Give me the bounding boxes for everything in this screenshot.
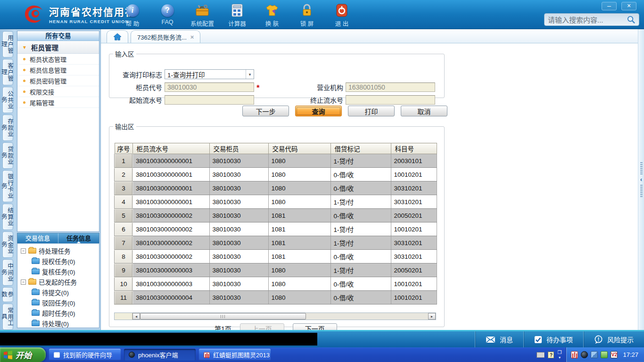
horizontal-scrollbar[interactable]: ◂ ▸ bbox=[114, 313, 436, 320]
vtab-category-6[interactable]: 银行卡业务 bbox=[2, 170, 13, 202]
home-tab[interactable] bbox=[107, 30, 128, 43]
cancel-button[interactable]: 取消 bbox=[401, 106, 447, 116]
todo-button[interactable]: 待办事项 bbox=[523, 331, 583, 347]
caret-down-icon[interactable]: ▾ bbox=[559, 355, 561, 360]
expander-icon[interactable]: − bbox=[21, 280, 26, 285]
table-row[interactable]: 938010030000000033801003010801-贷/付200502… bbox=[115, 263, 437, 277]
vtab-category-2[interactable]: 客户管理 bbox=[2, 59, 13, 85]
minimize-button[interactable]: – bbox=[602, 2, 617, 10]
search-box[interactable]: 请输入搜索内容... bbox=[544, 13, 639, 26]
menu-item-2[interactable]: 柜员信息管理 bbox=[17, 65, 99, 75]
collapse-left-icon[interactable]: ‹ bbox=[640, 176, 642, 183]
search-icon[interactable] bbox=[627, 15, 636, 24]
tab-transaction-info[interactable]: 交易信息 bbox=[17, 233, 58, 243]
expander-icon[interactable]: − bbox=[21, 248, 26, 254]
tray-dragonfly-icon[interactable] bbox=[571, 351, 578, 358]
messages-button[interactable]: 消息 bbox=[475, 331, 523, 347]
table-row[interactable]: 1038010030000000033801003010800-借/收10010… bbox=[115, 277, 437, 291]
dropdown-arrow-icon[interactable]: ▾ bbox=[246, 70, 254, 79]
row-number-cell[interactable]: 7 bbox=[115, 236, 132, 250]
toolbar-skin-button[interactable]: 换 肤 bbox=[260, 3, 284, 28]
table-row[interactable]: 538010030000000023801003010810-借/收200502… bbox=[115, 209, 437, 222]
document-tab-7362[interactable]: 7362柜员账务流... × bbox=[131, 30, 200, 43]
row-number-cell[interactable]: 4 bbox=[115, 195, 132, 209]
print-button[interactable]: 打印 bbox=[348, 106, 395, 116]
scroll-left-button[interactable]: ◂ bbox=[132, 313, 140, 320]
table-row[interactable]: 638010030000000023801003010811-贷/付100102… bbox=[115, 222, 437, 236]
vtab-category-11[interactable]: 常用工具 bbox=[2, 304, 13, 330]
print-flag-select[interactable]: 1-查询并打印 ▾ bbox=[165, 69, 254, 79]
table-row[interactable]: 438010030000000013801003010801-贷/付303102… bbox=[115, 195, 437, 209]
language-help-icon[interactable]: ? bbox=[548, 352, 554, 358]
row-number-cell[interactable]: 8 bbox=[115, 250, 132, 263]
column-header-3[interactable]: 交易柜员 bbox=[209, 143, 268, 154]
table-row[interactable]: 138010030000000013801003010801-贷/付200301… bbox=[115, 154, 437, 168]
vtab-category-4[interactable]: 存款业务 bbox=[2, 115, 13, 141]
row-number-cell[interactable]: 5 bbox=[115, 209, 132, 222]
toolbar-help-button[interactable]: i 帮 助 bbox=[121, 3, 144, 28]
menu-item-1[interactable]: 柜员状态管理 bbox=[17, 54, 99, 65]
start-serial-input[interactable] bbox=[165, 95, 254, 105]
vtab-category-8[interactable]: 资金业务 bbox=[2, 231, 13, 258]
tree-item-2[interactable]: 授权任务(0) bbox=[21, 256, 99, 266]
row-number-cell[interactable]: 3 bbox=[115, 181, 132, 195]
toolbar-calculator-button[interactable]: 计算器 bbox=[225, 3, 249, 28]
tray-phoenix-icon[interactable] bbox=[581, 351, 588, 358]
start-button[interactable]: 开始 bbox=[0, 347, 46, 362]
taskbar-task-2[interactable]: phoenix客户端 bbox=[124, 349, 196, 361]
tray-vnc-icon[interactable]: V2 bbox=[611, 351, 618, 358]
scroll-right-button[interactable]: ▸ bbox=[428, 313, 436, 320]
table-row[interactable]: 338010030000000013801003010800-借/收303102… bbox=[115, 181, 437, 195]
keyboard-icon[interactable] bbox=[537, 352, 545, 358]
tree-item-1[interactable]: −待处理任务 bbox=[21, 246, 99, 256]
column-header-4[interactable]: 交易代码 bbox=[268, 143, 330, 154]
vtab-category-9[interactable]: 中间业务 bbox=[2, 259, 13, 286]
tree-item-5[interactable]: 待提交(0) bbox=[21, 287, 99, 297]
vtab-category-3[interactable]: 公共业务 bbox=[2, 87, 13, 113]
menu-group-teller-management[interactable]: ▼ 柜员管理 bbox=[17, 41, 99, 54]
column-header-6[interactable]: 科目号 bbox=[391, 143, 437, 154]
table-row[interactable]: 1138010030000000043801003010800-借/收10010… bbox=[115, 291, 437, 304]
row-number-cell[interactable]: 1 bbox=[115, 154, 132, 168]
tree-item-7[interactable]: 超时任务(0) bbox=[21, 308, 99, 318]
tree-item-3[interactable]: 复核任务(0) bbox=[21, 266, 99, 277]
next-step-button[interactable]: 下一步 bbox=[242, 106, 289, 116]
tree-item-6[interactable]: 驳回任务(0) bbox=[21, 297, 99, 308]
vtab-category-5[interactable]: 贷款业务 bbox=[2, 142, 13, 169]
row-number-cell[interactable]: 6 bbox=[115, 222, 132, 236]
branch-input[interactable]: 1638001050 bbox=[346, 82, 435, 92]
row-number-cell[interactable]: 2 bbox=[115, 168, 132, 181]
risk-alert-button[interactable]: 风险提示 bbox=[583, 331, 644, 347]
taskbar-task-3[interactable]: 红蜻蜓抓图精灵2013 bbox=[199, 349, 271, 361]
tree-item-4[interactable]: −已发起的任务 bbox=[21, 277, 99, 287]
column-header-2[interactable]: 柜员流水号 bbox=[132, 143, 209, 154]
scrollbar-track[interactable] bbox=[306, 313, 428, 320]
taskbar-task-1[interactable]: 找到新的硬件向导 bbox=[49, 349, 121, 361]
menu-item-4[interactable]: 权限交接 bbox=[17, 86, 99, 97]
column-header-1[interactable]: 序号 bbox=[115, 143, 132, 154]
vtab-category-1[interactable]: 用户管理 bbox=[2, 31, 13, 58]
menu-item-3[interactable]: 柜员密码管理 bbox=[17, 75, 99, 86]
toolbar-exit-button[interactable]: 退 出 bbox=[330, 3, 354, 28]
table-row[interactable]: 738010030000000023801003010811-贷/付303102… bbox=[115, 236, 437, 250]
prev-page-button[interactable]: 上一页 bbox=[240, 323, 284, 330]
restore-icon[interactable]: ❐ bbox=[557, 350, 561, 355]
close-button[interactable]: × bbox=[621, 2, 636, 10]
toolbar-faq-button[interactable]: ? FAQ bbox=[156, 3, 179, 28]
teller-code-input[interactable]: 38010030 bbox=[165, 82, 254, 92]
vtab-category-7[interactable]: 结算业务 bbox=[2, 204, 13, 230]
scrollbar-thumb[interactable] bbox=[140, 313, 306, 320]
query-button[interactable]: 查询 bbox=[295, 106, 342, 116]
row-number-cell[interactable]: 11 bbox=[115, 291, 132, 304]
row-number-cell[interactable]: 9 bbox=[115, 263, 132, 277]
end-serial-input[interactable] bbox=[346, 95, 435, 105]
toolbar-sysconfig-button[interactable]: 系统配置 bbox=[190, 3, 214, 28]
tray-updater-icon[interactable] bbox=[601, 351, 608, 358]
toolbar-lockscreen-button[interactable]: 锁 屏 bbox=[295, 3, 319, 28]
tab-task-info[interactable]: 任务信息 bbox=[58, 233, 99, 243]
column-header-5[interactable]: 借贷标记 bbox=[330, 143, 391, 154]
table-row[interactable]: 238010030000000013801003010800-借/收100102… bbox=[115, 168, 437, 181]
next-page-button[interactable]: 下一页 bbox=[293, 323, 337, 330]
tray-network-icon[interactable] bbox=[591, 351, 598, 358]
close-tab-icon[interactable]: × bbox=[190, 33, 194, 41]
